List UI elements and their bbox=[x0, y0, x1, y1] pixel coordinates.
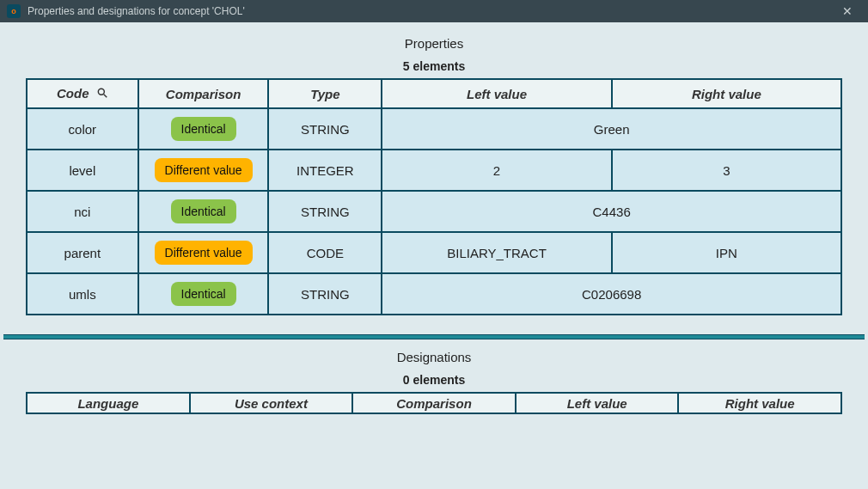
close-icon: ✕ bbox=[842, 4, 853, 18]
designations-header-usecontext[interactable]: Use context bbox=[190, 393, 353, 413]
properties-title: Properties bbox=[3, 28, 865, 59]
cell-comparison: Different value bbox=[138, 150, 269, 191]
comparison-badge: Identical bbox=[171, 282, 236, 306]
comparison-badge: Identical bbox=[171, 117, 236, 141]
cell-code: color bbox=[27, 108, 138, 150]
properties-header-left[interactable]: Left value bbox=[382, 79, 611, 108]
designations-header-row: Language Use context Comparison Left val… bbox=[27, 393, 841, 413]
properties-table: Code Comparison Type Left value Right va… bbox=[26, 78, 842, 315]
cell-code: level bbox=[27, 150, 138, 191]
cell-type: STRING bbox=[268, 273, 382, 315]
designations-header-language[interactable]: Language bbox=[27, 393, 190, 413]
close-button[interactable]: ✕ bbox=[834, 2, 861, 21]
cell-value-merged: Green bbox=[382, 108, 841, 150]
properties-count: 5 elements bbox=[3, 59, 865, 78]
app-icon: o bbox=[7, 4, 21, 18]
cell-comparison: Identical bbox=[138, 191, 269, 232]
titlebar: o Properties and designations for concep… bbox=[0, 0, 868, 22]
window-title: Properties and designations for concept … bbox=[28, 5, 245, 17]
cell-type: CODE bbox=[268, 232, 382, 273]
table-row[interactable]: nciIdenticalSTRINGC4436 bbox=[27, 191, 841, 232]
cell-code: parent bbox=[27, 232, 138, 273]
properties-header-row: Code Comparison Type Left value Right va… bbox=[27, 79, 841, 108]
cell-left-value: BILIARY_TRACT bbox=[382, 232, 611, 273]
designations-count: 0 elements bbox=[3, 373, 865, 392]
section-separator bbox=[3, 334, 865, 339]
designations-header-comparison[interactable]: Comparison bbox=[352, 393, 516, 413]
properties-header-right[interactable]: Right value bbox=[612, 79, 841, 108]
properties-header-code[interactable]: Code bbox=[27, 79, 138, 108]
search-icon[interactable] bbox=[96, 87, 108, 101]
designations-header-right[interactable]: Right value bbox=[678, 393, 841, 413]
cell-value-merged: C0206698 bbox=[382, 273, 841, 315]
cell-code: umls bbox=[27, 273, 138, 315]
svg-point-0 bbox=[98, 89, 104, 95]
comparison-badge: Different value bbox=[155, 241, 253, 265]
table-row[interactable]: levelDifferent valueINTEGER23 bbox=[27, 150, 841, 191]
designations-title: Designations bbox=[3, 341, 865, 373]
cell-left-value: 2 bbox=[382, 150, 611, 191]
cell-code: nci bbox=[27, 191, 138, 232]
comparison-badge: Identical bbox=[171, 199, 236, 223]
cell-right-value: 3 bbox=[612, 150, 841, 191]
comparison-badge: Different value bbox=[155, 158, 253, 182]
cell-comparison: Identical bbox=[138, 108, 269, 150]
cell-comparison: Identical bbox=[138, 273, 269, 315]
properties-header-type[interactable]: Type bbox=[268, 79, 382, 108]
table-row[interactable]: parentDifferent valueCODEBILIARY_TRACTIP… bbox=[27, 232, 841, 273]
designations-table: Language Use context Comparison Left val… bbox=[26, 392, 842, 414]
cell-type: INTEGER bbox=[268, 150, 382, 191]
cell-value-merged: C4436 bbox=[382, 191, 841, 232]
cell-type: STRING bbox=[268, 108, 382, 150]
cell-comparison: Different value bbox=[138, 232, 269, 273]
cell-type: STRING bbox=[268, 191, 382, 232]
table-row[interactable]: umlsIdenticalSTRINGC0206698 bbox=[27, 273, 841, 315]
svg-line-1 bbox=[103, 95, 107, 98]
properties-header-comparison[interactable]: Comparison bbox=[138, 79, 269, 108]
cell-right-value: IPN bbox=[612, 232, 841, 273]
designations-header-left[interactable]: Left value bbox=[516, 393, 679, 413]
table-row[interactable]: colorIdenticalSTRINGGreen bbox=[27, 108, 841, 150]
header-code-label: Code bbox=[57, 86, 89, 101]
content-area: Properties 5 elements Code Comparison Ty… bbox=[0, 22, 868, 489]
